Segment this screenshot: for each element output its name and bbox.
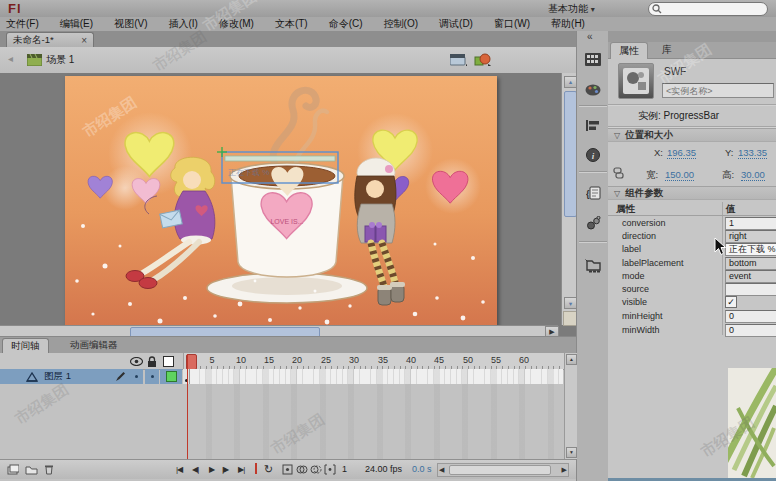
edit-symbols-button[interactable] bbox=[474, 52, 491, 66]
link-width-height-icon[interactable] bbox=[613, 167, 624, 179]
menu-text[interactable]: 文本(T) bbox=[275, 17, 308, 31]
edit-multiple-frames-button[interactable] bbox=[324, 464, 336, 475]
scroll-up-button[interactable]: ▲ bbox=[564, 76, 576, 88]
loop-button[interactable]: ↻ bbox=[264, 463, 273, 476]
instance-value: ProgressBar bbox=[664, 110, 720, 121]
close-icon[interactable]: × bbox=[81, 35, 87, 46]
scroll-left-icon[interactable]: ◀ bbox=[439, 466, 444, 474]
layer-lock-dot[interactable] bbox=[145, 369, 159, 384]
back-arrow-icon[interactable]: ◂ bbox=[8, 53, 13, 64]
scroll-right-icon[interactable]: ▶ bbox=[562, 466, 567, 474]
document-tab[interactable]: 未命名-1* × bbox=[6, 32, 94, 47]
scroll-down-button[interactable]: ▼ bbox=[564, 297, 576, 309]
onion-skin-button[interactable] bbox=[296, 464, 308, 475]
frame-rate-value[interactable]: 24.00 fps bbox=[365, 464, 402, 474]
menu-window[interactable]: 窗口(W) bbox=[494, 17, 530, 31]
param-value-labelplacement[interactable]: bottom bbox=[725, 257, 776, 270]
menu-view[interactable]: 视图(V) bbox=[114, 17, 147, 31]
menu-file[interactable]: 文件(F) bbox=[6, 17, 39, 31]
menu-edit[interactable]: 编辑(E) bbox=[60, 17, 93, 31]
color-panel-button[interactable] bbox=[581, 77, 605, 101]
tab-motion-editor-label: 动画编辑器 bbox=[70, 339, 118, 352]
canvas-horizontal-scrollbar[interactable]: ▶ bbox=[0, 325, 558, 336]
tab-library[interactable]: 库 bbox=[654, 42, 680, 58]
tab-motion-editor[interactable]: 动画编辑器 bbox=[62, 338, 126, 353]
workspace-switcher-button[interactable]: 基本功能 ▾ bbox=[548, 2, 595, 16]
swatches-icon bbox=[585, 53, 601, 66]
scene-breadcrumb[interactable]: 场景 1 bbox=[46, 53, 74, 67]
menu-help[interactable]: 帮助(H) bbox=[551, 17, 585, 31]
stage[interactable]: LOVE IS... bbox=[65, 76, 497, 326]
canvas-pasteboard[interactable]: LOVE IS... bbox=[0, 73, 576, 336]
onion-skin-outlines-button[interactable] bbox=[310, 464, 322, 475]
instance-row: 实例: ProgressBar bbox=[638, 109, 719, 123]
align-panel-button[interactable] bbox=[581, 113, 605, 137]
swatches-panel-button[interactable] bbox=[581, 47, 605, 71]
param-name-minwidth: minWidth bbox=[622, 325, 660, 335]
width-value[interactable]: 150.00 bbox=[665, 169, 694, 181]
code-snippets-panel-button[interactable]: { bbox=[581, 181, 605, 205]
edit-scene-button[interactable] bbox=[450, 53, 467, 66]
ruler-number: 60 bbox=[515, 355, 533, 365]
height-value[interactable]: 30.00 bbox=[741, 169, 765, 181]
timeline-panel: 时间轴 动画编辑器 5 10 15 20 25 30 35 40 45 bbox=[0, 336, 576, 481]
tab-properties[interactable]: 属性 bbox=[610, 42, 648, 59]
layer-outline-color-swatch[interactable] bbox=[160, 369, 182, 384]
menu-modify[interactable]: 修改(M) bbox=[219, 17, 254, 31]
scroll-down-button[interactable]: ▼ bbox=[566, 447, 577, 458]
param-value-mode[interactable]: event bbox=[725, 270, 776, 283]
center-frame-button[interactable] bbox=[282, 464, 293, 475]
x-value[interactable]: 196.35 bbox=[667, 147, 696, 159]
step-forward-button[interactable]: |▶ bbox=[222, 465, 228, 474]
layer-visibility-dot[interactable] bbox=[129, 369, 143, 384]
library-panel-button[interactable] bbox=[581, 253, 605, 277]
play-button[interactable]: ▶ bbox=[209, 465, 214, 474]
instance-name-field[interactable] bbox=[662, 83, 774, 98]
goto-first-frame-button[interactable]: |◀ bbox=[176, 465, 182, 474]
delete-layer-button[interactable] bbox=[44, 464, 54, 475]
menu-debug[interactable]: 调试(D) bbox=[439, 17, 473, 31]
param-value-minheight[interactable]: 0 bbox=[725, 310, 776, 323]
timeline-empty-area bbox=[183, 384, 563, 459]
show-hide-layers-icon[interactable] bbox=[130, 357, 143, 366]
param-value-conversion[interactable]: 1 bbox=[725, 217, 776, 230]
scroll-up-button[interactable]: ▲ bbox=[566, 354, 577, 365]
menu-commands[interactable]: 命令(C) bbox=[329, 17, 363, 31]
timeline-scroll-thumb[interactable] bbox=[449, 465, 551, 475]
new-folder-button[interactable] bbox=[25, 465, 38, 475]
info-panel-button[interactable]: i bbox=[581, 143, 605, 167]
step-back-button[interactable]: ◀| bbox=[192, 465, 198, 474]
menu-insert[interactable]: 插入(I) bbox=[168, 17, 197, 31]
frame-ruler[interactable]: 5 10 15 20 25 30 35 40 45 50 55 60 bbox=[183, 353, 564, 369]
new-layer-button[interactable] bbox=[7, 464, 19, 475]
timeline-vertical-scrollbar[interactable]: ▲ ▼ bbox=[564, 353, 577, 459]
menu-bar: 文件(F) 编辑(E) 视图(V) 插入(I) 修改(M) 文本(T) 命令(C… bbox=[0, 17, 776, 31]
layer-frames-strip[interactable] bbox=[183, 369, 563, 384]
tab-properties-label: 属性 bbox=[619, 44, 639, 58]
section-component-params-title: 组件参数 bbox=[625, 187, 663, 200]
param-checkbox-visible[interactable]: ✓ bbox=[725, 296, 737, 308]
goto-last-frame-button[interactable]: ▶| bbox=[238, 465, 244, 474]
canvas-vertical-scrollbar[interactable]: ▲ ▼ bbox=[561, 73, 576, 325]
menu-control[interactable]: 控制(O) bbox=[384, 17, 418, 31]
layer-name-cell[interactable]: 图层 1 bbox=[0, 369, 112, 384]
horizontal-scroll-thumb[interactable] bbox=[130, 327, 320, 336]
layer-row[interactable]: 图层 1 bbox=[0, 369, 576, 384]
components-panel-button[interactable] bbox=[581, 211, 605, 235]
collapse-dock-icon[interactable]: « bbox=[587, 31, 593, 42]
lock-layers-icon[interactable] bbox=[147, 356, 157, 367]
tab-timeline[interactable]: 时间轴 bbox=[2, 338, 49, 354]
timeline-horizontal-scrollbar[interactable]: ◀ ▶ bbox=[437, 463, 569, 477]
vertical-scroll-thumb[interactable] bbox=[564, 91, 576, 217]
param-value-direction[interactable]: right bbox=[725, 230, 776, 243]
y-value[interactable]: 133.35 bbox=[738, 147, 767, 159]
param-value-minwidth[interactable]: 0 bbox=[725, 324, 776, 337]
section-position-size[interactable]: ▽ 位置和大小 bbox=[608, 128, 776, 142]
param-value-source[interactable] bbox=[725, 283, 776, 296]
playhead-line bbox=[187, 354, 188, 459]
scroll-right-button[interactable]: ▶ bbox=[545, 326, 559, 336]
param-value-label[interactable]: 正在下载 % bbox=[725, 243, 776, 256]
section-component-params[interactable]: ▽ 组件参数 bbox=[608, 186, 776, 200]
outline-layers-icon[interactable] bbox=[163, 356, 174, 367]
search-input[interactable] bbox=[648, 2, 768, 16]
